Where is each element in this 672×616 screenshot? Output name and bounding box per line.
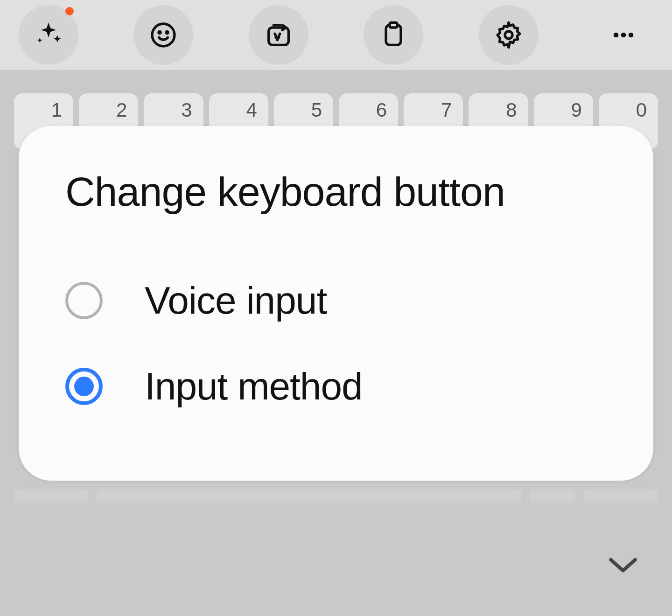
- sparkles-icon: [34, 20, 63, 50]
- radio-unchecked[interactable]: [65, 282, 103, 319]
- emoji-button[interactable]: [133, 5, 193, 65]
- option-label: Input method: [145, 364, 363, 408]
- chevron-down-icon: [607, 570, 639, 578]
- clipboard-icon: [378, 20, 408, 50]
- svg-point-8: [621, 33, 626, 38]
- translate-button[interactable]: [249, 5, 308, 65]
- svg-point-1: [159, 32, 161, 34]
- dismiss-keyboard-button[interactable]: [607, 553, 639, 579]
- clipboard-button[interactable]: [364, 5, 423, 65]
- translate-icon: [264, 20, 294, 50]
- svg-point-6: [505, 31, 512, 39]
- key-generic[interactable]: [583, 489, 658, 503]
- key-generic[interactable]: [529, 489, 576, 503]
- option-label: Voice input: [145, 279, 327, 322]
- more-button[interactable]: [594, 5, 653, 65]
- option-input-method[interactable]: Input method: [65, 343, 607, 429]
- option-voice-input[interactable]: Voice input: [65, 258, 607, 343]
- keyboard-toolbar: [0, 0, 672, 70]
- dialog-title: Change keyboard button: [65, 168, 607, 216]
- key-space[interactable]: [96, 489, 522, 503]
- svg-point-7: [614, 33, 619, 38]
- gear-icon: [494, 20, 524, 50]
- smiley-icon: [148, 20, 178, 50]
- magic-button[interactable]: [19, 5, 78, 65]
- more-horizontal-icon: [609, 20, 638, 50]
- svg-point-9: [629, 33, 634, 38]
- change-keyboard-button-dialog: Change keyboard button Voice input Input…: [19, 126, 653, 481]
- svg-rect-5: [390, 22, 397, 28]
- keyboard-bottom-row: [14, 489, 658, 503]
- radio-checked[interactable]: [65, 368, 103, 405]
- svg-point-2: [166, 32, 168, 34]
- key-generic[interactable]: [14, 489, 89, 503]
- svg-point-0: [152, 24, 175, 46]
- settings-button[interactable]: [479, 5, 539, 65]
- notification-dot: [65, 7, 74, 15]
